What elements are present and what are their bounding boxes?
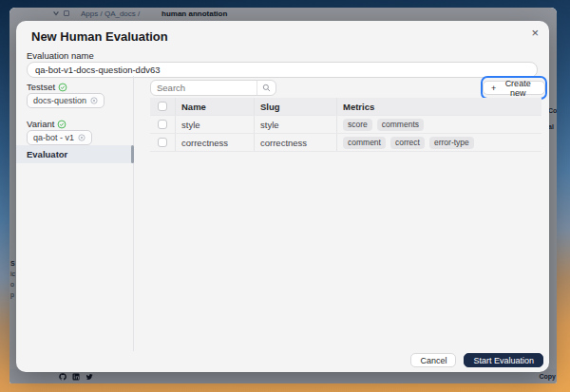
variant-label: Variant	[27, 119, 66, 129]
cancel-button[interactable]: Cancel	[410, 353, 456, 367]
new-human-evaluation-modal: New Human Evaluation × Evaluation name T…	[16, 21, 549, 372]
row-checkbox[interactable]	[158, 120, 167, 129]
row-name: style	[176, 116, 255, 133]
row-slug: correctness	[255, 134, 337, 151]
row-slug: style	[255, 116, 337, 133]
col-header-name: Name	[176, 98, 255, 115]
search-icon	[262, 84, 271, 92]
modal-title: New Human Evaluation	[31, 29, 168, 44]
select-all-checkbox[interactable]	[158, 102, 167, 111]
table-row[interactable]: style style scorecomments	[150, 116, 542, 134]
sidebar-item-evaluator[interactable]: Evaluator	[16, 145, 133, 163]
testset-tag[interactable]: docs-question	[27, 93, 104, 108]
evaluator-table-body: style style scorecomments correctness co…	[150, 116, 542, 152]
col-header-metrics: Metrics	[337, 98, 542, 115]
metric-badge: correct	[390, 137, 425, 149]
modal-footer: Cancel Start Evaluation	[410, 353, 543, 367]
testset-label: Testset	[27, 82, 67, 92]
evaluator-table: Name Slug Metrics style style scorecomme…	[150, 98, 542, 152]
create-new-focus-ring: + Create new	[481, 76, 547, 100]
metric-badge: comments	[377, 119, 424, 131]
sidebar-divider	[133, 76, 134, 351]
metric-badge: score	[343, 119, 372, 131]
table-header-row: Name Slug Metrics	[150, 98, 542, 116]
variant-tag[interactable]: qa-bot - v1	[27, 130, 92, 145]
row-metrics: scorecomments	[337, 116, 542, 133]
row-metrics: commentcorrecterror-type	[337, 134, 542, 151]
evaluation-name-label: Evaluation name	[27, 50, 94, 61]
metric-badge: error-type	[429, 137, 474, 149]
metric-badge: comment	[343, 137, 386, 149]
close-icon[interactable]: ×	[531, 27, 539, 39]
evaluation-name-input[interactable]	[27, 62, 538, 78]
scrollbar-thumb[interactable]	[131, 145, 134, 163]
search-box	[150, 80, 276, 96]
col-header-slug: Slug	[255, 98, 337, 115]
check-circle-icon	[58, 83, 67, 92]
row-name: correctness	[176, 134, 255, 151]
search-button[interactable]	[256, 81, 276, 95]
plus-icon: +	[491, 84, 496, 93]
desktop: Apps / QA_docs / human annotation S ic o…	[0, 0, 570, 392]
tag-close-icon[interactable]	[78, 134, 86, 141]
tag-close-icon[interactable]	[90, 97, 98, 104]
table-row[interactable]: correctness correctness commentcorrecter…	[150, 134, 542, 152]
row-checkbox[interactable]	[158, 138, 167, 147]
start-evaluation-button[interactable]: Start Evaluation	[464, 353, 543, 367]
create-new-button[interactable]: + Create new	[483, 81, 545, 95]
search-input[interactable]	[151, 81, 256, 95]
check-circle-icon	[57, 120, 66, 129]
